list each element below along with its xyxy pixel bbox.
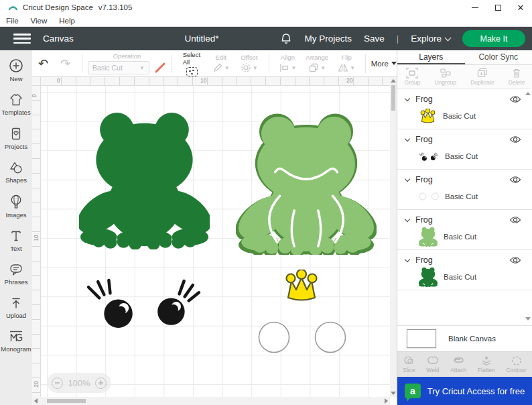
monogram-icon bbox=[8, 330, 24, 343]
menu-file[interactable]: File bbox=[0, 17, 25, 25]
chevron-down-icon[interactable] bbox=[405, 136, 410, 141]
panel-scroll-up-icon[interactable] bbox=[525, 92, 531, 95]
layers-panel: Layers Color Sync Group Ungroup bbox=[397, 50, 532, 405]
sidebar-item-monogram[interactable]: Monogram bbox=[0, 330, 32, 353]
layer-row-circles[interactable]: Frog Basic Cut bbox=[397, 170, 532, 210]
eyes-thumbnail bbox=[419, 152, 439, 161]
zoom-in-button[interactable] bbox=[95, 378, 107, 389]
visibility-eye-icon[interactable] bbox=[509, 176, 521, 184]
shapes-icon bbox=[9, 161, 23, 174]
visibility-eye-icon[interactable] bbox=[509, 95, 521, 103]
zoom-out-button[interactable] bbox=[52, 378, 63, 389]
tab-color-sync[interactable]: Color Sync bbox=[465, 50, 532, 64]
sidebar-item-templates[interactable]: Templates bbox=[0, 93, 32, 116]
visibility-eye-icon[interactable] bbox=[509, 135, 521, 143]
attach-button[interactable]: Attach bbox=[450, 355, 466, 373]
scroll-right-icon[interactable] bbox=[385, 398, 388, 404]
weld-button[interactable]: Weld bbox=[426, 355, 439, 373]
select-caret-icon: ▼ bbox=[139, 65, 145, 71]
window-controls: ✕ bbox=[464, 0, 532, 15]
chevron-down-icon[interactable] bbox=[405, 96, 410, 101]
cricut-access-banner[interactable]: a Try Cricut Access for free bbox=[397, 377, 532, 405]
select-all-button[interactable]: Select All bbox=[178, 51, 207, 76]
contour-button[interactable]: Contour bbox=[506, 355, 526, 373]
panel-scroll-down-icon[interactable] bbox=[525, 317, 531, 321]
visibility-eye-icon[interactable] bbox=[509, 216, 521, 224]
minimize-button[interactable] bbox=[464, 0, 486, 15]
layer-row-crown[interactable]: Frog Basic Cut bbox=[397, 89, 532, 129]
duplicate-button[interactable]: Duplicate bbox=[470, 68, 494, 86]
frog-eyes-shape[interactable] bbox=[84, 276, 206, 329]
frog-light-shape[interactable] bbox=[236, 113, 377, 255]
redo-icon[interactable]: ↷ bbox=[54, 56, 76, 71]
layer-row-frog-dark[interactable]: Frog Basic Cut bbox=[397, 250, 532, 290]
blank-canvas-swatch[interactable] bbox=[407, 329, 436, 348]
group-button[interactable]: Group bbox=[405, 68, 421, 86]
flip-button[interactable]: Flip ▼ bbox=[333, 51, 360, 76]
cricut-access-icon: a bbox=[405, 384, 421, 398]
sidebar-item-upload[interactable]: Upload bbox=[0, 296, 32, 319]
menu-help[interactable]: Help bbox=[53, 17, 81, 25]
layer-row-eyes[interactable]: Frog Basic Cut bbox=[397, 129, 532, 170]
close-button[interactable]: ✕ bbox=[509, 0, 532, 15]
project-card-icon bbox=[9, 127, 23, 141]
vertical-scroll-thumb[interactable] bbox=[391, 85, 395, 111]
sidebar-item-shapes[interactable]: Shapes bbox=[0, 161, 32, 184]
scroll-up-icon[interactable] bbox=[391, 79, 396, 82]
bell-icon[interactable] bbox=[279, 32, 293, 46]
horizontal-ruler: 0 10 20 bbox=[41, 77, 390, 86]
left-sidebar: New Templates Projects Shapes Images bbox=[0, 50, 32, 405]
caret-down-icon bbox=[391, 62, 397, 65]
visibility-eye-icon[interactable] bbox=[509, 256, 521, 264]
weld-icon bbox=[427, 355, 439, 366]
sidebar-item-text[interactable]: Text bbox=[0, 229, 32, 252]
blank-canvas-row[interactable]: Blank Canvas bbox=[397, 325, 532, 351]
vertical-scrollbar[interactable] bbox=[390, 77, 397, 397]
cricut-logo-icon bbox=[8, 4, 18, 11]
crown-thumbnail bbox=[419, 109, 437, 124]
scroll-down-icon[interactable] bbox=[391, 392, 396, 395]
operation-select[interactable]: Basic Cut▼ bbox=[88, 61, 149, 74]
explore-menu[interactable]: Explore bbox=[411, 34, 450, 44]
maximize-icon bbox=[495, 5, 501, 11]
undo-icon[interactable]: ↶ bbox=[32, 56, 54, 71]
hamburger-menu-icon[interactable] bbox=[13, 34, 31, 44]
app-title: Cricut Design Space bbox=[23, 3, 93, 11]
sidebar-item-phrases[interactable]: Phrases bbox=[0, 263, 32, 286]
flip-icon bbox=[338, 62, 348, 73]
arrange-button[interactable]: Arrange ▼ bbox=[301, 51, 333, 76]
layers-list: Frog Basic Cut Frog bbox=[397, 89, 532, 325]
align-icon bbox=[279, 62, 289, 73]
maximize-button[interactable] bbox=[486, 0, 509, 15]
my-projects-link[interactable]: My Projects bbox=[305, 34, 352, 44]
chevron-down-icon[interactable] bbox=[405, 257, 410, 262]
crown-shape[interactable] bbox=[283, 270, 320, 303]
sidebar-item-projects[interactable]: Projects bbox=[0, 127, 32, 150]
ungroup-button[interactable]: Ungroup bbox=[434, 68, 456, 86]
header-divider: | bbox=[397, 34, 399, 44]
edit-button[interactable]: Edit ▼ bbox=[207, 51, 235, 76]
document-title[interactable]: Untitled* bbox=[158, 34, 245, 44]
frog-dark-shape[interactable] bbox=[79, 109, 210, 249]
save-link[interactable]: Save bbox=[364, 34, 385, 44]
delete-button[interactable]: Delete bbox=[509, 68, 525, 86]
feet-circles-shape[interactable] bbox=[257, 320, 347, 355]
panel-tabs: Layers Color Sync bbox=[397, 50, 532, 65]
more-button[interactable]: More bbox=[371, 60, 397, 68]
menu-view[interactable]: View bbox=[25, 17, 54, 25]
pen-color-icon[interactable] bbox=[154, 62, 166, 74]
scroll-left-icon[interactable] bbox=[34, 398, 38, 404]
horizontal-scroll-thumb[interactable] bbox=[47, 399, 86, 403]
sidebar-item-images[interactable]: Images bbox=[0, 194, 32, 219]
layer-row-frog-light[interactable]: Frog Basic Cut bbox=[397, 210, 532, 250]
flatten-button[interactable]: Flatten bbox=[478, 355, 495, 373]
offset-button[interactable]: Offset ▼ bbox=[235, 51, 263, 76]
make-it-button[interactable]: Make It bbox=[462, 30, 525, 47]
sidebar-item-new[interactable]: New bbox=[0, 58, 32, 82]
horizontal-scrollbar[interactable] bbox=[32, 397, 390, 405]
tab-layers[interactable]: Layers bbox=[397, 50, 465, 64]
chevron-down-icon[interactable] bbox=[405, 217, 410, 222]
chevron-down-icon[interactable] bbox=[405, 176, 410, 182]
slice-button[interactable]: Slice bbox=[403, 355, 415, 373]
align-button[interactable]: Align ▼ bbox=[274, 51, 301, 76]
